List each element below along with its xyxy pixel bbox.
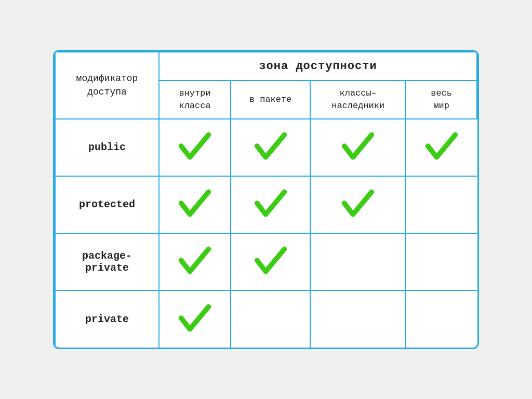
modifier-0: public [55, 119, 159, 176]
checkmark-icon [176, 299, 214, 337]
check-cell-0-1 [231, 119, 310, 176]
access-modifier-table: модификатор доступа зона доступности вну… [53, 50, 479, 349]
modifier-3: private [55, 290, 159, 348]
checkmark-icon [252, 184, 289, 222]
check-cell-2-0 [159, 233, 231, 290]
check-cell-1-3 [406, 176, 477, 233]
modifier-header: модификатор доступа [55, 52, 159, 119]
checkmark-icon [176, 242, 214, 279]
checkmark-icon [339, 184, 377, 222]
checkmark-icon [252, 242, 289, 279]
check-cell-3-3 [406, 290, 477, 348]
check-cell-1-0 [159, 176, 231, 233]
checkmark-icon [423, 127, 460, 165]
check-cell-1-1 [231, 176, 310, 233]
zone-header: зона доступности [159, 52, 477, 81]
checkmark-icon [339, 127, 377, 165]
check-cell-3-2 [310, 290, 406, 348]
modifier-2: package-private [55, 233, 159, 290]
check-cell-3-1 [231, 290, 310, 348]
check-cell-1-2 [310, 176, 406, 233]
check-cell-2-1 [231, 233, 310, 290]
col-inside-class: внутри класса [159, 81, 231, 119]
check-cell-0-3 [406, 119, 477, 176]
checkmark-icon [176, 127, 214, 165]
modifier-1: protected [55, 176, 159, 233]
check-cell-2-3 [406, 233, 477, 290]
check-cell-0-0 [159, 119, 231, 176]
col-world: весь мир [406, 81, 477, 119]
col-subclasses: классы– наследники [310, 81, 406, 119]
checkmark-icon [176, 184, 214, 222]
check-cell-0-2 [310, 119, 406, 176]
col-in-package: в пакете [231, 81, 310, 119]
check-cell-3-0 [159, 290, 231, 348]
check-cell-2-2 [310, 233, 406, 290]
checkmark-icon [252, 127, 289, 165]
